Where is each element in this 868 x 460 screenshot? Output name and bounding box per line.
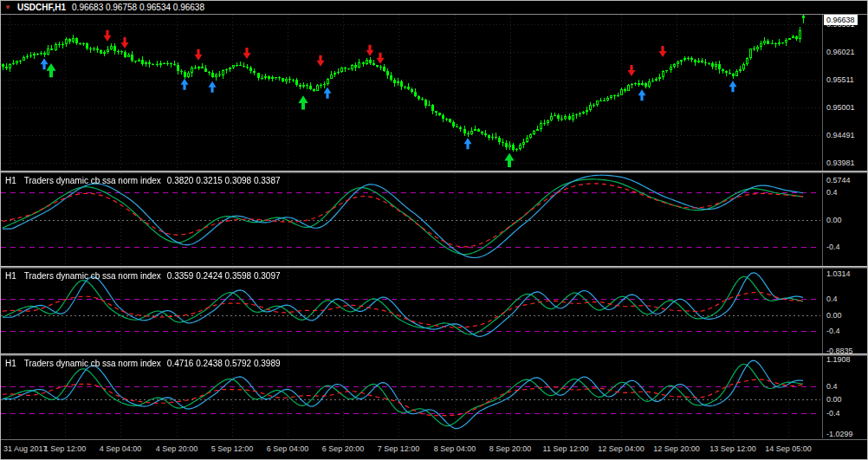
indicator-axis-label: -0.4 bbox=[826, 409, 840, 418]
indicator-axis-label: 0.4 bbox=[826, 382, 838, 391]
indicator-2-canvas[interactable] bbox=[1, 269, 822, 353]
indicator-name: Traders dynamic cb ssa norm index bbox=[24, 176, 161, 185]
indicator-values: 0.3820 0.3215 0.3098 0.3387 bbox=[167, 176, 281, 185]
time-axis-label: 8 Sep 20:00 bbox=[489, 444, 532, 453]
indicator-1-label: H1Traders dynamic cb ssa norm index0.382… bbox=[5, 176, 281, 185]
indicator-3-label: H1Traders dynamic cb ssa norm index0.471… bbox=[5, 359, 281, 368]
price-axis-label: 0.95001 bbox=[826, 103, 855, 112]
symbol-timeframe-label: USDCHF,H1 bbox=[17, 3, 66, 12]
indicator-axis-label: 0.4 bbox=[826, 295, 838, 303]
indicator-timeframe: H1 bbox=[5, 271, 16, 281]
price-axis-label: 0.93981 bbox=[826, 159, 855, 167]
price-axis-label: 0.94491 bbox=[826, 131, 855, 139]
indicator-name: Traders dynamic cb ssa norm index bbox=[24, 359, 161, 368]
title-ohlc-values: 0.96683 0.96758 0.96534 0.96638 bbox=[72, 3, 204, 12]
time-axis-label: 14 Sep 05:00 bbox=[765, 444, 812, 453]
indicator-timeframe: H1 bbox=[5, 359, 16, 368]
indicator-values: 0.3359 0.2424 0.3598 0.3097 bbox=[167, 271, 281, 281]
price-axis-label: 0.95511 bbox=[826, 75, 854, 84]
indicator-axis-label: 0.00 bbox=[826, 395, 842, 404]
chart-title-bar: ▼ USDCHF,H1 0.96683 0.96758 0.96534 0.96… bbox=[1, 1, 867, 15]
panel-splitter[interactable] bbox=[1, 353, 867, 356]
indicator-axis-label: -0.4 bbox=[826, 327, 840, 335]
time-axis-label: 12 Sep 04:00 bbox=[598, 444, 645, 453]
indicator-axis-label: -0.4 bbox=[826, 243, 840, 251]
time-axis-label: 6 Sep 04:00 bbox=[267, 444, 309, 453]
indicator-3-canvas[interactable] bbox=[1, 356, 822, 438]
panel-splitter[interactable] bbox=[1, 171, 867, 173]
indicator-axis-label: 0.00 bbox=[826, 216, 842, 224]
chart-window: ▼ USDCHF,H1 0.96683 0.96758 0.96534 0.96… bbox=[0, 0, 868, 460]
last-price-tag: 0.96638 bbox=[824, 15, 858, 25]
panel-splitter[interactable] bbox=[1, 266, 867, 269]
price-axis-label: 0.96021 bbox=[826, 48, 855, 56]
indicator-1-canvas[interactable] bbox=[1, 173, 822, 266]
price-scale[interactable]: 0.965310.960210.955110.950010.944910.939… bbox=[822, 15, 867, 438]
time-axis-label: 7 Sep 12:00 bbox=[378, 444, 420, 453]
time-scale[interactable]: 31 Aug 20171 Sep 12:004 Sep 04:004 Sep 2… bbox=[1, 439, 867, 459]
time-axis-label: 1 Sep 12:00 bbox=[44, 444, 87, 453]
time-axis-label: 12 Sep 20:00 bbox=[653, 444, 700, 453]
indicator-axis-label: 1.0314 bbox=[826, 269, 851, 278]
time-axis-label: 11 Sep 12:00 bbox=[543, 444, 589, 453]
indicator-2-label: H1Traders dynamic cb ssa norm index0.335… bbox=[5, 271, 281, 281]
indicator-axis-label: 0.4 bbox=[826, 188, 838, 197]
time-axis-label: 5 Sep 12:00 bbox=[211, 444, 254, 453]
indicator-values: 0.4716 0.2438 0.5792 0.3989 bbox=[167, 359, 281, 368]
time-axis-label: 6 Sep 20:00 bbox=[322, 444, 365, 453]
time-axis-label: 31 Aug 2017 bbox=[3, 444, 48, 453]
indicator-name: Traders dynamic cb ssa norm index bbox=[24, 271, 161, 281]
indicator-axis-label: -1.0299 bbox=[826, 430, 853, 438]
time-axis-label: 13 Sep 12:00 bbox=[709, 444, 756, 453]
indicator-axis-label: 0.00 bbox=[826, 311, 842, 320]
main-price-canvas[interactable] bbox=[1, 15, 822, 171]
time-axis-label: 4 Sep 20:00 bbox=[156, 444, 198, 453]
window-marker-icon: ▼ bbox=[4, 4, 11, 11]
time-axis-label: 4 Sep 04:00 bbox=[100, 444, 142, 453]
indicator-timeframe: H1 bbox=[5, 176, 16, 185]
indicator-axis-label: 1.1908 bbox=[826, 355, 851, 364]
time-axis-label: 8 Sep 04:00 bbox=[434, 444, 476, 453]
indicator-axis-label: 0.5744 bbox=[826, 176, 851, 185]
